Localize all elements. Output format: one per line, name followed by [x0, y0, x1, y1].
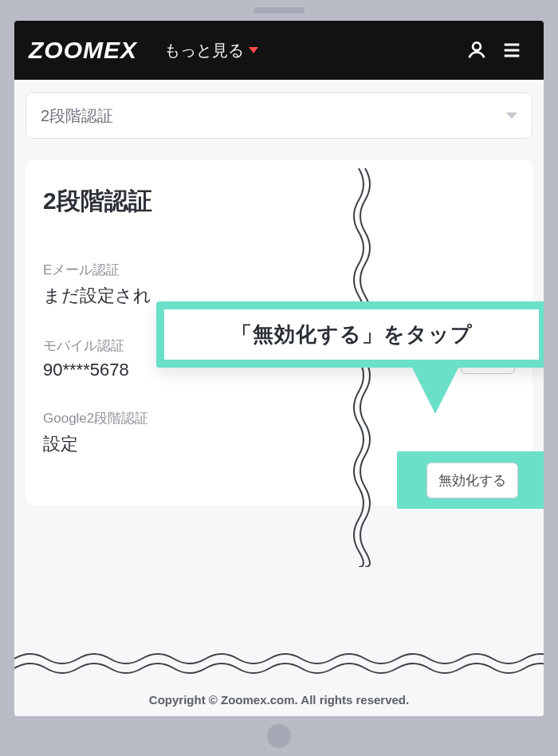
google-disable-button[interactable]: 無効化する	[426, 463, 518, 498]
brand-logo[interactable]: ZOOMEX	[29, 37, 137, 64]
chevron-down-icon	[249, 47, 258, 53]
nav-more-link[interactable]: もっと見る	[164, 40, 258, 61]
device-speaker	[253, 7, 305, 14]
svg-point-0	[473, 42, 481, 50]
callout-arrow-icon	[411, 366, 459, 414]
disable-button-highlight: 無効化する	[397, 451, 544, 509]
device-home-button	[267, 724, 291, 748]
email-auth-label: Eメール認証	[43, 261, 515, 279]
tablet-frame: ZOOMEX もっと見る	[0, 0, 558, 756]
app-header: ZOOMEX もっと見る	[14, 21, 544, 80]
user-icon	[466, 39, 488, 61]
section-selector-label: 2段階認証	[41, 105, 113, 127]
card-title: 2段階認証	[43, 185, 515, 218]
account-button[interactable]	[459, 33, 494, 68]
instruction-callout: 「無効化する」をタップ	[156, 301, 544, 414]
screen: ZOOMEX もっと見る	[14, 21, 544, 716]
hamburger-icon	[501, 39, 523, 61]
section-selector[interactable]: 2段階認証	[26, 93, 532, 139]
instruction-callout-text: 「無効化する」をタップ	[164, 309, 539, 360]
nav-more-label: もっと見る	[164, 40, 244, 61]
footer-copyright: Copyright © Zoomex.com. All rights reser…	[14, 693, 544, 707]
chevron-down-icon	[506, 112, 517, 119]
menu-button[interactable]	[494, 33, 529, 68]
